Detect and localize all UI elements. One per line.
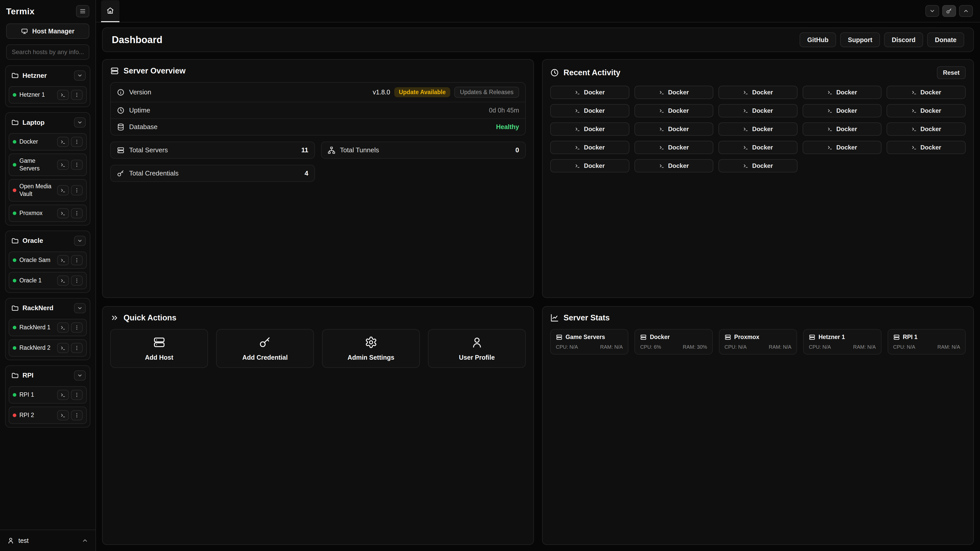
- host-kebab-button[interactable]: [71, 255, 83, 265]
- chevron-down-icon: [77, 238, 83, 244]
- header-button-discord[interactable]: Discord: [884, 32, 923, 47]
- host-terminal-button[interactable]: [57, 208, 69, 218]
- activity-item[interactable]: Docker: [886, 104, 966, 118]
- host-row-oracle-sam[interactable]: Oracle Sam: [9, 251, 87, 269]
- host-row-game-servers[interactable]: Game Servers: [9, 154, 87, 176]
- overview-value: Healthy: [496, 123, 519, 130]
- host-kebab-button[interactable]: [71, 137, 83, 147]
- status-dot: [13, 140, 16, 144]
- activity-label: Docker: [836, 107, 857, 114]
- activity-item[interactable]: Docker: [718, 122, 797, 136]
- overview-stat-tiles: Total Servers 11 Total Tunnels 0 Total C…: [110, 141, 526, 182]
- kebab-icon: [74, 345, 80, 351]
- activity-item[interactable]: Docker: [718, 86, 797, 99]
- host-label: Hetzner 1: [19, 91, 54, 99]
- header-button-github[interactable]: GitHub: [800, 32, 836, 47]
- host-row-open-media-vault[interactable]: Open Media Vault: [9, 179, 87, 202]
- activity-item[interactable]: Docker: [803, 122, 882, 136]
- host-buttons: [57, 410, 83, 421]
- host-kebab-button[interactable]: [71, 390, 83, 400]
- activity-item[interactable]: Docker: [886, 141, 966, 154]
- activity-label: Docker: [584, 162, 605, 169]
- host-row-docker[interactable]: Docker: [9, 133, 87, 151]
- activity-item[interactable]: Docker: [550, 86, 629, 99]
- host-row-racknerd-2[interactable]: RackNerd 2: [9, 339, 87, 357]
- host-kebab-button[interactable]: [71, 275, 83, 286]
- activity-item[interactable]: Docker: [635, 104, 714, 118]
- host-terminal-button[interactable]: [57, 255, 69, 265]
- activity-item[interactable]: Docker: [718, 159, 797, 172]
- activity-item[interactable]: Docker: [803, 104, 882, 118]
- activity-item[interactable]: Docker: [550, 104, 629, 118]
- host-manager-button[interactable]: Host Manager: [6, 24, 89, 39]
- activity-item[interactable]: Docker: [635, 159, 714, 172]
- host-kebab-button[interactable]: [71, 160, 83, 170]
- activity-item[interactable]: Docker: [886, 86, 966, 99]
- activity-item[interactable]: Docker: [550, 141, 629, 154]
- host-terminal-button[interactable]: [57, 322, 69, 333]
- activity-item[interactable]: Docker: [635, 86, 714, 99]
- host-terminal-button[interactable]: [57, 410, 69, 421]
- activity-label: Docker: [584, 89, 605, 96]
- search-input[interactable]: [6, 44, 89, 60]
- host-kebab-button[interactable]: [71, 410, 83, 421]
- host-kebab-button[interactable]: [71, 208, 83, 218]
- computer-icon: [21, 27, 28, 35]
- activity-item[interactable]: Docker: [550, 122, 629, 136]
- user-menu-button[interactable]: test: [0, 530, 95, 551]
- host-kebab-button[interactable]: [71, 90, 83, 100]
- server-stat-tile-docker: Docker CPU: 6% RAM: 30%: [635, 329, 713, 354]
- header-button-donate[interactable]: Donate: [927, 32, 964, 47]
- activity-item[interactable]: Docker: [803, 141, 882, 154]
- tab-home[interactable]: [101, 0, 119, 22]
- terminal-icon: [659, 89, 665, 95]
- host-terminal-button[interactable]: [57, 390, 69, 400]
- host-row-rpi-1[interactable]: RPI 1: [9, 386, 87, 403]
- activity-item[interactable]: Docker: [635, 141, 714, 154]
- quick-action-admin-settings[interactable]: Admin Settings: [322, 329, 420, 368]
- activity-label: Docker: [921, 144, 941, 151]
- activity-item[interactable]: Docker: [550, 159, 629, 172]
- activity-item[interactable]: Docker: [635, 122, 714, 136]
- quick-action-add-host[interactable]: Add Host: [110, 329, 208, 368]
- host-row-proxmox[interactable]: Proxmox: [9, 205, 87, 222]
- group-collapse-button[interactable]: [74, 236, 86, 246]
- recent-activity-card: Recent Activity Reset Docker Docker Dock…: [542, 59, 974, 298]
- host-terminal-button[interactable]: [57, 343, 69, 353]
- updates-releases-button[interactable]: Updates & Releases: [454, 87, 519, 98]
- host-row-racknerd-1[interactable]: RackNerd 1: [9, 319, 87, 336]
- tabbar-key-button[interactable]: [942, 5, 956, 17]
- reset-button[interactable]: Reset: [937, 66, 966, 79]
- ram-stat: RAM: N/A: [853, 344, 876, 350]
- host-buttons: [57, 322, 83, 333]
- host-row-rpi-2[interactable]: RPI 2: [9, 407, 87, 424]
- header-button-support[interactable]: Support: [840, 32, 880, 47]
- host-row-hetzner-1[interactable]: Hetzner 1: [9, 86, 87, 103]
- sidebar-menu-button[interactable]: [76, 5, 89, 17]
- host-terminal-button[interactable]: [57, 137, 69, 147]
- host-kebab-button[interactable]: [71, 185, 83, 195]
- group-collapse-button[interactable]: [74, 70, 86, 81]
- terminal-icon: [743, 89, 749, 95]
- group-collapse-button[interactable]: [74, 370, 86, 381]
- tabbar-chevron-up-button[interactable]: [959, 5, 973, 17]
- group-collapse-button[interactable]: [74, 118, 86, 127]
- host-terminal-button[interactable]: [57, 160, 69, 170]
- host-terminal-button[interactable]: [57, 275, 69, 286]
- tabbar-chevron-down-button[interactable]: [925, 5, 939, 17]
- quick-action-user-profile[interactable]: User Profile: [428, 329, 526, 368]
- group-collapse-button[interactable]: [74, 303, 86, 313]
- host-kebab-button[interactable]: [71, 343, 83, 353]
- quick-action-add-credential[interactable]: Add Credential: [216, 329, 314, 368]
- activity-item[interactable]: Docker: [803, 86, 882, 99]
- database-icon: [117, 123, 124, 131]
- activity-item[interactable]: Docker: [886, 122, 966, 136]
- host-terminal-button[interactable]: [57, 185, 69, 195]
- activity-item[interactable]: Docker: [718, 104, 797, 118]
- chevron-down-icon: [77, 73, 83, 78]
- terminal-icon: [575, 163, 580, 168]
- activity-item[interactable]: Docker: [718, 141, 797, 154]
- host-row-oracle-1[interactable]: Oracle 1: [9, 272, 87, 289]
- host-kebab-button[interactable]: [71, 322, 83, 333]
- host-terminal-button[interactable]: [57, 90, 69, 100]
